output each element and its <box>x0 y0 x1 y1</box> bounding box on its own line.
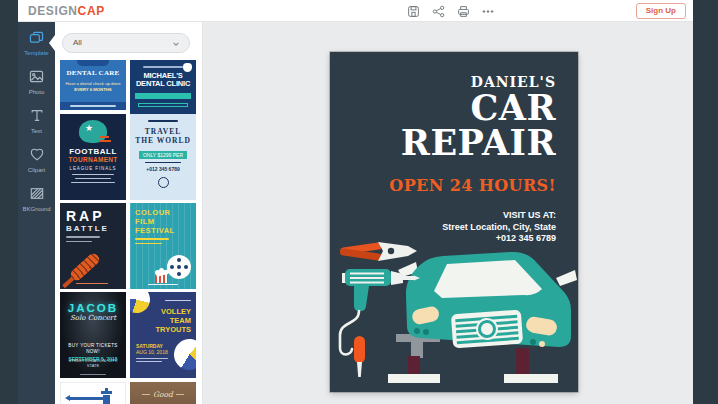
football-helmet-graphic: ★ <box>79 120 107 143</box>
template-thumb-good-morning[interactable]: Good <box>130 382 196 404</box>
design-canvas: DANIEL'S CAR REPAIR OPEN 24 HOURS! VISIT… <box>203 22 693 404</box>
car-graphic <box>398 252 577 348</box>
decor-footer <box>60 102 126 110</box>
photo-icon <box>29 69 44 87</box>
decor-line <box>142 394 150 395</box>
sidebar-item-background[interactable]: BKGround <box>18 180 55 217</box>
screwdriver-graphic <box>354 336 365 377</box>
sidebar-item-label: Template <box>24 50 48 56</box>
thumb-subtitle: LEAGUE FINALS <box>63 165 122 170</box>
pliers-graphic <box>340 242 417 261</box>
thumb-title: FESTIVAL <box>135 226 196 235</box>
decor-line <box>136 361 162 362</box>
decor-line <box>75 178 111 180</box>
sidebar-item-label: BKGround <box>22 206 50 212</box>
price-badge: ONLY $1299 PER PERSON <box>139 151 187 159</box>
decor-line <box>135 238 169 240</box>
poster-artboard[interactable]: DANIEL'S CAR REPAIR OPEN 24 HOURS! VISIT… <box>330 52 578 392</box>
poster-text-block[interactable]: DANIEL'S CAR REPAIR OPEN 24 HOURS! VISIT… <box>389 74 556 245</box>
decor-line <box>135 243 162 245</box>
decor-line <box>143 66 183 68</box>
filter-value: All <box>73 38 82 47</box>
poster-visit-label[interactable]: VISIT US AT: <box>389 210 556 222</box>
microphone-graphic <box>68 251 101 283</box>
thumb-title: THE WORLD <box>130 136 196 145</box>
thumb-title: TRYOUTS <box>130 325 191 334</box>
faucet-graphic <box>103 395 110 404</box>
decor-band <box>135 93 191 99</box>
template-thumb-rap-battle[interactable]: RAP BATTLE <box>60 203 126 289</box>
template-thumb-colour-film[interactable]: COLOUR FILM FESTIVAL <box>130 203 196 289</box>
sign-up-button[interactable]: Sign Up <box>636 3 686 19</box>
logo-text-accent: CAP <box>78 4 105 18</box>
main-body: Template Photo Text Clipart BKGround <box>18 22 693 404</box>
decor-line <box>80 374 106 375</box>
category-filter-dropdown[interactable]: All <box>62 33 190 53</box>
faucet-graphic <box>69 397 105 400</box>
sidebar-item-label: Text <box>31 128 42 134</box>
thumb-title: BATTLE <box>66 224 126 233</box>
save-icon[interactable] <box>406 4 420 18</box>
thumb-subtitle: TOURNAMENT <box>60 156 126 163</box>
active-panel-notch <box>49 35 55 51</box>
toolbar <box>406 4 495 18</box>
poster-title-line1[interactable]: CAR <box>389 90 556 125</box>
decor-line <box>145 162 181 163</box>
decor-bar <box>138 103 188 107</box>
thumb-cta: BUY YOUR TICKETS NOW! <box>63 343 122 354</box>
sidebar-item-clipart[interactable]: Clipart <box>18 141 55 178</box>
tooth-graphic <box>183 63 192 72</box>
header: DESIGNCAP Sign Up <box>18 0 693 22</box>
car-illustration[interactable] <box>330 232 578 392</box>
thumb-subtitle: Solo Concert <box>60 314 126 322</box>
template-panel: All DENTAL CARE Have a dental check up d… <box>55 22 203 404</box>
more-icon[interactable] <box>481 4 495 18</box>
thumb-title: FILM <box>135 217 196 226</box>
thumb-title: DENTAL CARE <box>60 69 126 77</box>
decor-line <box>148 120 178 122</box>
decor-line <box>66 241 92 243</box>
share-icon[interactable] <box>431 4 445 18</box>
sidebar-item-photo[interactable]: Photo <box>18 63 55 100</box>
decor-line <box>148 284 178 286</box>
decor-line <box>66 236 100 238</box>
template-thumb-jacob-concert[interactable]: JACOB Solo Concert BUY YOUR TICKETS NOW!… <box>60 292 126 378</box>
decor-tab <box>77 60 109 66</box>
template-grid: DENTAL CARE Have a dental check up done … <box>60 60 198 404</box>
thumb-title: JACOB <box>60 302 126 314</box>
template-thumb-travel[interactable]: TRAVEL THE WORLD ONLY $1299 PER PERSON +… <box>130 114 196 200</box>
decor-line <box>76 283 108 285</box>
thumb-subtitle: EVERY 6 MONTHS <box>65 86 121 91</box>
poster-highlight-text[interactable]: OPEN 24 HOURS! <box>389 176 556 195</box>
poster-title-line2[interactable]: REPAIR <box>389 125 556 160</box>
thumb-title: RAP <box>66 208 126 224</box>
thumb-phone: +012 345 6789 <box>130 166 196 172</box>
sidebar-item-label: Clipart <box>28 167 45 173</box>
thumb-title: TEAM <box>130 316 191 325</box>
decor-line <box>136 358 168 359</box>
thumb-subtitle: Have a dental check up done <box>65 80 121 85</box>
decor-line <box>72 174 114 176</box>
thumb-title: Good <box>153 390 173 399</box>
text-icon <box>30 108 44 126</box>
app-window: DESIGNCAP Sign Up Template <box>18 0 693 404</box>
template-thumb-volley-tryouts[interactable]: VOLLEY TEAM TRYOUTS SATURDAY AUG 10, 201… <box>130 292 196 378</box>
film-reel-graphic <box>167 255 191 279</box>
template-thumb-plumbing[interactable] <box>60 382 126 404</box>
designcap-logo[interactable]: DESIGNCAP <box>28 4 105 18</box>
printer-icon[interactable] <box>456 4 470 18</box>
decor-line <box>71 182 115 184</box>
stamp-graphic <box>158 177 169 188</box>
logo-text-gray: DESIGN <box>28 4 78 18</box>
template-thumb-dental-care[interactable]: DENTAL CARE Have a dental check up done … <box>60 60 126 110</box>
faucet-graphic <box>105 388 108 392</box>
template-icon <box>29 30 44 48</box>
thumb-title: FOOTBALL <box>60 147 126 156</box>
decor-line <box>165 300 191 301</box>
clipart-heart-icon <box>30 147 44 165</box>
sidebar: Template Photo Text Clipart BKGround <box>18 22 55 404</box>
chevron-down-icon <box>172 40 180 48</box>
template-thumb-football[interactable]: ★ FOOTBALL TOURNAMENT LEAGUE FINALS <box>60 114 126 200</box>
sidebar-item-text[interactable]: Text <box>18 102 55 139</box>
thumb-title: COLOUR <box>135 208 196 217</box>
